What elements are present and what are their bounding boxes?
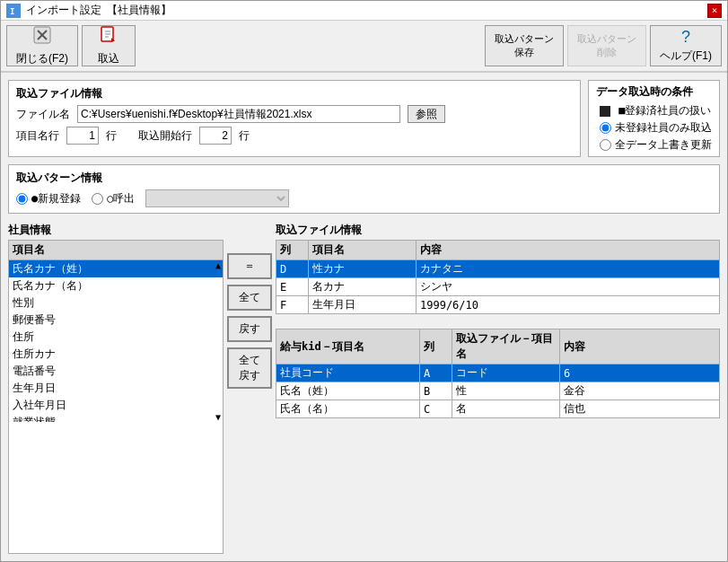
salary-cell-content-2: 信也 <box>560 400 720 418</box>
close-toolbar-label: 閉じる(F2) <box>16 51 68 66</box>
employee-list-item-5[interactable]: 住所カナ <box>9 346 223 363</box>
main-window: I インポート設定 【社員情報】 × 閉じる(F2) <box>0 0 728 562</box>
employee-list-item-4[interactable]: 住所 <box>9 329 223 346</box>
scroll-up-icon[interactable]: ▲ <box>215 260 221 270</box>
pattern-select[interactable] <box>145 189 289 207</box>
registered-label: ■登録済社員の扱い <box>600 103 711 119</box>
import-file-cell-col-1: E <box>276 278 309 296</box>
salary-row-1[interactable]: 氏名（姓） B 性 金谷 <box>276 382 720 400</box>
svg-text:I: I <box>10 7 14 16</box>
employee-section: 社員情報 項目名 ▲ 氏名カナ（姓） 氏名カナ（名） 性別 郵便番号 住所 住所… <box>8 221 224 554</box>
help-label: ヘルプ(F1) <box>660 48 712 64</box>
employee-list-item-3[interactable]: 郵便番号 <box>9 312 223 329</box>
checkbox-square <box>600 106 610 117</box>
radio-overwrite[interactable] <box>600 139 611 151</box>
radio2-row[interactable]: 全データ上書き更新 <box>600 137 712 153</box>
employee-list-item-2[interactable]: 性別 <box>9 294 223 312</box>
browse-button[interactable]: 参照 <box>408 105 445 123</box>
middle-buttons: ＝ 全て 戻す 全て戻す <box>224 246 276 554</box>
back-button[interactable]: 戻す <box>227 316 272 342</box>
conditions-section: データ取込時の条件 ■登録済社員の扱い 未登録社員のみ取込 全 <box>588 80 720 157</box>
title-bar: I インポート設定 【社員情報】 × <box>1 1 727 21</box>
close-toolbar-button[interactable]: 閉じる(F2) <box>6 25 78 66</box>
filename-label: ファイル名 <box>16 107 70 122</box>
employee-list-item-0[interactable]: 氏名カナ（姓） <box>9 260 223 277</box>
import-file-cell-content-2: 1999/6/10 <box>417 296 720 314</box>
help-button[interactable]: ? ヘルプ(F1) <box>650 25 722 66</box>
import-label: 取込 <box>98 51 119 66</box>
employee-col-item: 項目名 <box>13 242 219 258</box>
import-section: 取込ファイル情報 列 項目名 内容 D 性カナ <box>276 221 720 554</box>
import-file-cell-name-1: 名カナ <box>309 278 417 296</box>
salary-cell-item-0: 社員コード <box>276 364 420 382</box>
employee-list-item-1[interactable]: 氏名カナ（名） <box>9 277 223 294</box>
salary-table-area: 給与kid－項目名 列 取込ファイル－項目名 内容 社員コード A コード <box>276 329 720 418</box>
salary-cell-content-0: 6 <box>560 364 720 382</box>
filename-row: ファイル名 参照 <box>16 105 573 123</box>
salary-col-file-name-header: 取込ファイル－項目名 <box>452 329 560 364</box>
top-sections: 取込ファイル情報 ファイル名 参照 項目名行 行 取込開始行 行 データ取込時の… <box>8 80 720 157</box>
salary-cell-file-name-1: 性 <box>452 382 560 400</box>
employee-list-item-9[interactable]: 就業状態 <box>9 414 223 422</box>
radio2-label: 全データ上書き更新 <box>615 137 712 153</box>
item-row-unit: 行 <box>106 128 117 144</box>
row-settings-row: 項目名行 行 取込開始行 行 <box>16 127 573 145</box>
import-file-row-2[interactable]: F 生年月日 1999/6/10 <box>276 296 720 314</box>
data-row-input[interactable] <box>199 127 232 145</box>
import-file-header: 取込ファイル情報 <box>276 221 720 240</box>
window-title: インポート設定 <box>26 3 101 18</box>
import-file-table-area: 取込ファイル情報 列 項目名 内容 D 性カナ <box>276 221 720 314</box>
window-subtitle: 【社員情報】 <box>107 3 171 18</box>
import-file-cell-col-0: D <box>276 260 309 278</box>
employee-list-header: 社員情報 <box>8 221 224 240</box>
salary-row-2[interactable]: 氏名（名） C 名 信也 <box>276 400 720 418</box>
employee-list-scroll-area[interactable]: ▲ 氏名カナ（姓） 氏名カナ（名） 性別 郵便番号 住所 住所カナ 電話番号 生… <box>9 260 223 422</box>
col-name-header: 項目名 <box>309 241 417 260</box>
pattern-save-button[interactable]: 取込パターン保存 <box>485 25 564 66</box>
salary-cell-item-1: 氏名（姓） <box>276 382 420 400</box>
import-file-table-header-row: 列 項目名 内容 <box>276 241 720 260</box>
employee-list-column-header: 項目名 <box>9 241 223 260</box>
all-back-button[interactable]: 全て戻す <box>227 347 272 389</box>
radio-new-reg[interactable] <box>16 193 28 205</box>
pattern-section-title: 取込パターン情報 <box>16 171 712 186</box>
radio-recall[interactable] <box>92 193 103 205</box>
col-list-header: 列 <box>276 241 309 260</box>
registered-label-row: ■登録済社員の扱い <box>600 103 712 119</box>
main-content: 取込ファイル情報 ファイル名 参照 項目名行 行 取込開始行 行 データ取込時の… <box>1 73 727 561</box>
salary-col-item-header: 給与kid－項目名 <box>276 329 420 364</box>
assign-button[interactable]: ＝ <box>227 253 272 279</box>
import-button[interactable]: 取込 <box>82 25 136 66</box>
pattern-delete-button[interactable]: 取込パターン削除 <box>567 25 646 66</box>
import-file-cell-name-2: 生年月日 <box>309 296 417 314</box>
all-button[interactable]: 全て <box>227 285 272 311</box>
employee-list-container[interactable]: 項目名 ▲ 氏名カナ（姓） 氏名カナ（名） 性別 郵便番号 住所 住所カナ 電話… <box>8 240 224 554</box>
close-toolbar-icon <box>32 25 52 49</box>
pattern-save-label: 取込パターン保存 <box>495 32 554 59</box>
employee-list-item-7[interactable]: 生年月日 <box>9 380 223 397</box>
col-content-header: 内容 <box>417 241 720 260</box>
conditions-title: データ取込時の条件 <box>596 84 712 100</box>
radio1-row[interactable]: 未登録社員のみ取込 <box>600 120 712 136</box>
item-row-label: 項目名行 <box>16 128 59 144</box>
scroll-down-icon[interactable]: ▼ <box>215 412 221 422</box>
data-row-unit: 行 <box>239 128 250 144</box>
close-button[interactable]: × <box>707 4 722 18</box>
bottom-area: 社員情報 項目名 ▲ 氏名カナ（姓） 氏名カナ（名） 性別 郵便番号 住所 住所… <box>8 221 720 554</box>
salary-row-0[interactable]: 社員コード A コード 6 <box>276 364 720 382</box>
radio-unregistered[interactable] <box>600 122 611 134</box>
import-file-row-0[interactable]: D 性カナ カナタニ <box>276 260 720 278</box>
item-row-input[interactable] <box>66 127 99 145</box>
file-info-section: 取込ファイル情報 ファイル名 参照 項目名行 行 取込開始行 行 <box>8 80 581 157</box>
import-file-row-1[interactable]: E 名カナ シンヤ <box>276 278 720 296</box>
pattern-radio2-label: ○呼出 <box>107 191 135 206</box>
salary-table: 給与kid－項目名 列 取込ファイル－項目名 内容 社員コード A コード <box>276 329 720 418</box>
filename-input[interactable] <box>77 105 400 123</box>
conditions-radio-group: ■登録済社員の扱い 未登録社員のみ取込 全データ上書き更新 <box>600 103 712 153</box>
pattern-radio1-row[interactable]: ●新規登録 <box>16 191 81 206</box>
import-file-cell-content-1: シンヤ <box>417 278 720 296</box>
employee-list-item-6[interactable]: 電話番号 <box>9 363 223 380</box>
employee-list-item-8[interactable]: 入社年月日 <box>9 397 223 414</box>
pattern-radio2-row[interactable]: ○呼出 <box>92 191 135 206</box>
import-file-cell-name-0: 性カナ <box>309 260 417 278</box>
